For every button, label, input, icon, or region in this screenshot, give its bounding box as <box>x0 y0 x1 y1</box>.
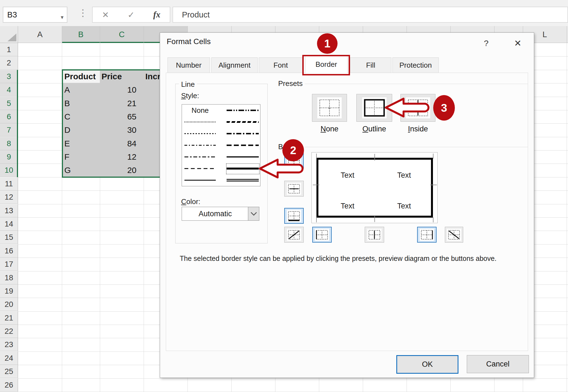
annotation-badge-1: 1 <box>317 33 338 54</box>
row-header-22[interactable]: 22 <box>0 325 18 338</box>
style-row-4 <box>182 139 260 151</box>
formula-bar-input[interactable]: Product <box>173 7 568 23</box>
annotation-rect-border-tab <box>302 55 350 75</box>
row-header-24[interactable]: 24 <box>0 352 18 365</box>
row-header-15[interactable]: 15 <box>0 231 18 244</box>
select-all-triangle-icon <box>7 34 16 41</box>
border-rule <box>305 147 528 147</box>
row-header-13[interactable]: 13 <box>0 204 18 217</box>
border-preview[interactable]: Text Text Text Text <box>311 152 438 223</box>
chevron-down-icon[interactable] <box>248 207 259 220</box>
row-header-7[interactable]: 7 <box>0 123 18 137</box>
row-header-25[interactable]: 25 <box>0 365 18 378</box>
tab-font[interactable]: Font <box>259 57 303 73</box>
row-header-10[interactable]: 10 <box>0 164 18 177</box>
style-item-left-5[interactable] <box>184 157 216 157</box>
color-dropdown[interactable]: Automatic <box>182 207 259 221</box>
style-item-left-6[interactable] <box>184 168 216 169</box>
line-style-listbox[interactable]: None <box>182 104 260 186</box>
tick-mark <box>316 154 317 159</box>
style-item-none[interactable]: None <box>184 105 216 116</box>
style-item-right-5[interactable] <box>227 156 259 157</box>
border-preview-outline <box>316 158 433 218</box>
row-header-9[interactable]: 9 <box>0 150 18 164</box>
insert-function-icon[interactable]: fx <box>153 10 161 20</box>
formula-buttons: ✕ ✓ fx <box>92 7 170 23</box>
row-header-6[interactable]: 6 <box>0 110 18 123</box>
row-header-18[interactable]: 18 <box>0 271 18 284</box>
cancel-entry-icon[interactable]: ✕ <box>102 10 109 20</box>
border-button-midv[interactable] <box>365 227 384 243</box>
grip-dots-icon: ⋮ <box>78 7 88 18</box>
border-button-midh[interactable] <box>284 181 304 197</box>
preview-text: Text <box>341 171 354 180</box>
style-item-left-3[interactable] <box>184 133 216 134</box>
border-button-left[interactable] <box>312 227 332 243</box>
row-header-21[interactable]: 21 <box>0 311 18 325</box>
row-header-14[interactable]: 14 <box>0 217 18 231</box>
style-item-right-1[interactable] <box>227 110 259 111</box>
name-box-dropdown-icon[interactable]: ▾ <box>61 14 64 21</box>
tab-fill[interactable]: Fill <box>350 57 391 73</box>
column-header-C[interactable]: C <box>100 26 144 43</box>
tab-alignment[interactable]: Alignment <box>211 57 258 73</box>
name-box[interactable]: B3 ▾ <box>3 7 67 23</box>
style-item-left-2[interactable] <box>184 122 216 123</box>
row-header-20[interactable]: 20 <box>0 298 18 311</box>
style-item-right-3[interactable] <box>227 133 259 134</box>
tick-mark <box>430 185 437 185</box>
style-item-right-2[interactable] <box>227 121 259 123</box>
presets-legend: Presets <box>278 79 303 88</box>
row-header-2[interactable]: 2 <box>0 56 18 70</box>
preset-none-icon <box>317 97 342 118</box>
column-header-separator <box>567 26 567 43</box>
border-button-bottom[interactable] <box>284 208 304 224</box>
style-item-left-7[interactable] <box>184 180 216 181</box>
border-button-diagdown[interactable] <box>445 227 463 243</box>
close-icon[interactable]: ✕ <box>511 37 524 50</box>
help-icon[interactable]: ? <box>480 37 492 49</box>
row-header-17[interactable]: 17 <box>0 258 18 271</box>
row-header-23[interactable]: 23 <box>0 338 18 351</box>
gridline-h <box>18 378 568 379</box>
style-item-right-4[interactable] <box>227 145 259 146</box>
style-label: Style: <box>181 91 199 100</box>
column-header-separator <box>100 26 100 43</box>
column-header-separator <box>62 26 62 43</box>
preset-button-none[interactable] <box>312 94 347 122</box>
style-item-right-7[interactable] <box>227 179 259 182</box>
cancel-button[interactable]: Cancel <box>467 355 529 373</box>
select-all-corner[interactable] <box>0 26 18 43</box>
tick-mark <box>316 217 317 222</box>
border-button-right[interactable] <box>417 227 437 243</box>
style-item-left-4[interactable] <box>184 145 216 146</box>
border-midv-icon <box>367 229 382 241</box>
row-header-8[interactable]: 8 <box>0 137 18 150</box>
row-header-26[interactable]: 26 <box>0 378 18 392</box>
preview-text: Text <box>397 171 411 180</box>
tick-mark <box>433 154 433 159</box>
row-header-5[interactable]: 5 <box>0 97 18 110</box>
row-header-12[interactable]: 12 <box>0 190 18 204</box>
annotation-arrow-3 <box>384 97 433 119</box>
ok-button[interactable]: OK <box>396 355 458 374</box>
tab-protection[interactable]: Protection <box>392 57 439 73</box>
row-header-11[interactable]: 11 <box>0 177 18 190</box>
row-header-19[interactable]: 19 <box>0 284 18 298</box>
border-diagdown-icon <box>447 229 461 241</box>
preset-label-inside: Inside <box>400 124 435 134</box>
row-header-16[interactable]: 16 <box>0 244 18 258</box>
border-right-icon <box>420 229 434 241</box>
column-header-A[interactable]: A <box>18 26 62 43</box>
format-cells-dialog: Format Cells ? ✕ NumberAlignmentFontBord… <box>160 33 534 378</box>
border-button-diagup[interactable] <box>284 227 304 243</box>
row-header-4[interactable]: 4 <box>0 83 18 96</box>
enter-entry-icon[interactable]: ✓ <box>128 10 135 20</box>
row-header-3[interactable]: 3 <box>0 70 18 83</box>
tab-number[interactable]: Number <box>168 57 210 73</box>
excel-window: B3 ▾ ⋮ ✕ ✓ fx Product ABCL12345678910111… <box>0 0 568 392</box>
style-selection-focus <box>226 163 260 174</box>
style-row-5 <box>182 151 260 163</box>
column-header-B[interactable]: B <box>62 26 100 43</box>
row-header-1[interactable]: 1 <box>0 43 18 56</box>
